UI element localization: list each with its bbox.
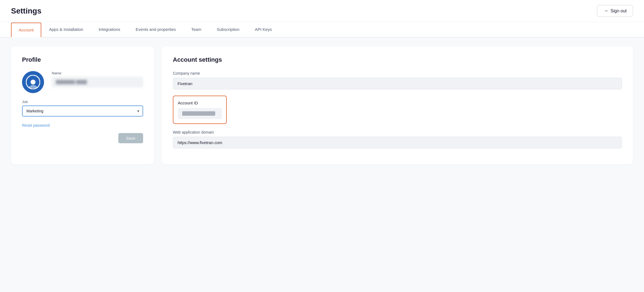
web-domain-value: https://www.fivetran.com <box>173 137 622 148</box>
avatar-icon <box>26 75 40 89</box>
job-select[interactable]: Marketing Engineering Sales Design Produ… <box>22 106 143 117</box>
profile-section-title: Profile <box>22 56 143 63</box>
svg-point-1 <box>31 80 36 85</box>
account-settings-title: Account settings <box>173 56 622 63</box>
company-name-value: Fivetran <box>173 78 622 90</box>
tab-integrations[interactable]: Integrations <box>91 22 128 37</box>
sign-out-label: Sign out <box>610 9 627 13</box>
tab-events-properties[interactable]: Events and properties <box>128 22 184 37</box>
tab-apps-installation[interactable]: Apps & Installation <box>41 22 91 37</box>
sign-out-icon: → <box>603 8 608 14</box>
avatar <box>22 71 44 93</box>
name-label: Name <box>52 71 143 75</box>
sign-out-button[interactable]: → Sign out <box>597 5 633 17</box>
job-field-group: Job Marketing Engineering Sales Design P… <box>22 100 143 117</box>
job-select-wrapper: Marketing Engineering Sales Design Produ… <box>22 106 143 117</box>
job-label: Job <box>22 100 143 104</box>
tab-api-keys[interactable]: API Keys <box>247 22 280 37</box>
profile-card: Profile Name Job <box>11 46 154 164</box>
save-button[interactable]: Save <box>118 133 143 143</box>
tab-team[interactable]: Team <box>184 22 209 37</box>
company-name-group: Company name Fivetran <box>173 71 622 90</box>
tabs-bar: Account Apps & Installation Integrations… <box>0 22 644 37</box>
name-input[interactable] <box>52 77 143 87</box>
account-id-label: Account ID <box>178 101 222 105</box>
tab-subscription[interactable]: Subscription <box>209 22 247 37</box>
page-title: Settings <box>11 7 41 15</box>
account-settings-card: Account settings Company name Fivetran A… <box>162 46 633 164</box>
account-id-value <box>182 111 215 116</box>
header: Settings → Sign out <box>0 0 644 22</box>
name-field-group: Name <box>52 71 143 87</box>
web-domain-group: Web application domain https://www.fivet… <box>173 130 622 148</box>
reset-password-link[interactable]: Reset password <box>22 123 50 128</box>
main-content: Profile Name Job <box>0 37 644 173</box>
profile-name-area: Name <box>52 71 143 93</box>
company-name-label: Company name <box>173 71 622 75</box>
web-domain-label: Web application domain <box>173 130 622 134</box>
account-id-section: Account ID <box>173 96 227 124</box>
profile-row: Name <box>22 71 143 93</box>
tab-account[interactable]: Account <box>11 23 41 37</box>
save-row: Save <box>22 133 143 143</box>
